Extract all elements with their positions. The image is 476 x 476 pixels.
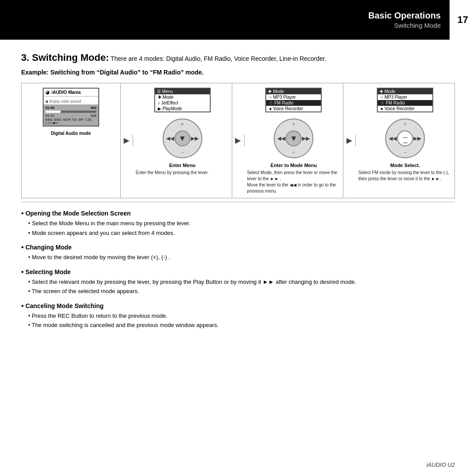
ctrl4-left-icon: ◀◀ [389, 135, 397, 141]
menu-screen-4: ✚ Mode ○ MP3 Player ☃ FM Radio ● Voice R… [377, 88, 433, 112]
controller-2: + − ◀◀ ▶▶ ▼ [163, 119, 202, 158]
fm-label-3: FM Radio [274, 100, 293, 105]
page-title-bold: 3. Switching Mode: [21, 52, 109, 63]
section-selecting-bullet-1: Select the relevant mode by pressing the… [28, 278, 455, 286]
diagram-panel-2: ☰ Menu ✚ Mode ♪ JetEffect ▶ PlayMode + [133, 83, 232, 198]
ctrl2-center-arrow: ▼ [178, 134, 186, 143]
voice-label-4: Voice Recorder [384, 106, 414, 111]
section-selecting: Selecting Mode Select the relevant mode … [21, 268, 455, 296]
section-canceling-bullet-2: The mode switching is cancelled and the … [28, 321, 455, 330]
screen-4-item-1: ○ MP3 Player [378, 94, 432, 100]
screen-3-item-2-hl: ☃ FM Radio [266, 100, 321, 106]
screen-2-item-2: ♪ JetEffect [155, 100, 210, 106]
screen-3-item-3: ● Voice Recorder [266, 106, 321, 112]
mp3-icon-3: ○ [269, 95, 271, 100]
header-page-number: 17 [450, 0, 476, 40]
device-info-row: BBE MB3 NDR 5D MP 128 ▷▷▷▶▷ [45, 118, 92, 124]
header-switching-mode: Switching Mode [394, 22, 441, 29]
menu-screen-3: ✚ Mode ○ MP3 Player ☃ FM Radio ● Voice R… [265, 88, 322, 112]
section-selecting-bullet-2: The screen of the selected mode appears. [28, 287, 455, 296]
page-title-normal: There are 4 modes: Digital Audio, FM Rad… [109, 55, 326, 62]
menu-label-2: Menu [162, 89, 173, 94]
ctrl3-right-icon: ▶▶ [302, 135, 310, 141]
screen-2-item-1: ✚ Mode [155, 94, 210, 100]
panel3-caption: Select Mode, then press the lever or mov… [247, 170, 341, 194]
voice-icon-4: ● [380, 106, 383, 111]
mp3-label-3: MP3 Player [273, 95, 296, 100]
device-time: 01:49 [45, 106, 54, 110]
ctrl4-line2: ⎯⎯ [403, 139, 407, 143]
ctrl4-top-icon: + [404, 121, 407, 127]
screen-2-title: ☰ Menu [155, 89, 210, 94]
screen-2-item-3: ▶ PlayMode [155, 106, 210, 112]
ctrl4-line1: ⎯⎯ [403, 134, 407, 138]
section-opening-bullet-2: Mode screen appears and you can select f… [28, 229, 455, 238]
ctrl2-right-icon: ▶▶ [191, 135, 199, 141]
screen-4-item-3: ● Voice Recorder [378, 106, 432, 112]
section-canceling-title: Canceling Mode Switching [21, 302, 455, 310]
device-logo-icon: ◕ [45, 89, 50, 95]
controller-4: + − ◀◀ ▶▶ ⎯⎯ ⎯⎯ [385, 119, 425, 158]
voice-icon-3: ● [269, 106, 271, 111]
ctrl4-right-icon: ▶▶ [413, 135, 421, 141]
ctrl2-bottom-icon: − [181, 149, 184, 156]
device-subtitle: ◆ Enjoy color sound [45, 99, 81, 104]
ctrl4-bottom-icon: − [404, 149, 407, 156]
arrow-3: ► [343, 135, 356, 146]
ctrl3-center-arrow: ▼ [290, 134, 298, 143]
ctrl4-center: ⎯⎯ ⎯⎯ [397, 130, 413, 146]
diagram-container: ◕ iAUDIO Mania ◆ Enjoy color sound 01:49… [21, 83, 455, 198]
ctrl3-center: ▼ [286, 130, 301, 146]
mode-label-2: Mode [163, 95, 174, 100]
device-screen: ◕ iAUDIO Mania ◆ Enjoy color sound 01:49… [43, 88, 99, 126]
panel3-caption-bold: Enter to Mode Menu [247, 163, 341, 168]
page-header: Basic Operations Switching Mode 17 [0, 0, 476, 40]
section-opening: Opening the Mode Selection Screen Select… [21, 209, 455, 237]
controller-3: + − ◀◀ ▶▶ ▼ [274, 119, 313, 158]
mode-icon-3t: ✚ [268, 89, 271, 94]
fm-icon-3: ☃ [269, 100, 273, 105]
header-basic-ops: Basic Operations [368, 11, 441, 21]
footer-label: iAUDIO U2 [427, 461, 455, 468]
screen-3-item-1: ○ MP3 Player [266, 94, 321, 100]
mode-icon-2: ✚ [158, 95, 161, 100]
mode-icon-4t: ✚ [379, 89, 383, 94]
main-content: 3. Switching Mode: There are 4 modes: Di… [0, 40, 476, 345]
section-changing-bullet-1: Move to the desired mode by moving the l… [28, 253, 455, 262]
jeteffect-label-2: JetEffect [161, 100, 178, 105]
diagram-panel-4: ✚ Mode ○ MP3 Player ☃ FM Radio ● Voice R… [356, 83, 454, 198]
panel4-caption-bold: Mode Select. [358, 163, 452, 168]
voice-label-3: Voice Recorder [273, 106, 303, 111]
header-text-block: Basic Operations Switching Mode [368, 11, 450, 29]
menu-screen-2: ☰ Menu ✚ Mode ♪ JetEffect ▶ PlayMode [154, 88, 211, 112]
screen-3-title: ✚ Mode [266, 89, 321, 94]
fm-icon-4: ☃ [380, 100, 384, 105]
diagram-panel-3: ✚ Mode ○ MP3 Player ☃ FM Radio ● Voice R… [245, 83, 344, 198]
panel2-caption-bold: Enter Menu [136, 163, 229, 168]
section-opening-title: Opening the Mode Selection Screen [21, 209, 455, 217]
panel2-caption: Enter the Menu by pressing the lever. [136, 170, 229, 176]
device-total: 528 [91, 114, 97, 118]
playmode-label-2: PlayMode [163, 106, 182, 111]
mode-label-4t: Mode [384, 89, 395, 94]
page-subtitle: Example: Switching from “Digital Audio” … [21, 69, 455, 76]
ctrl3-left-icon: ◀◀ [277, 135, 285, 141]
section-canceling: Canceling Mode Switching Press the REC B… [21, 302, 455, 330]
section-changing-title: Changing Mode [21, 243, 455, 251]
device-elapsed: 03:25 [45, 114, 54, 118]
arrow-1: ► [121, 135, 133, 146]
mp3-label-4: MP3 Player [384, 95, 407, 100]
arrow-2: ► [232, 135, 245, 146]
ctrl2-center: ▼ [175, 130, 190, 146]
menu-icon-2: ☰ [157, 89, 161, 94]
ctrl3-bottom-icon: − [292, 149, 295, 156]
ctrl3-top-icon: + [292, 121, 295, 127]
playmode-icon-2: ▶ [158, 106, 161, 111]
panel4-caption: Select FM mode by moving the lever to th… [358, 170, 452, 182]
ctrl2-top-icon: + [181, 121, 184, 127]
jeteffect-icon-2: ♪ [158, 100, 160, 105]
mode-label-3t: Mode [273, 89, 284, 94]
screen-4-item-2-hl: ☃ FM Radio [378, 100, 432, 106]
section-canceling-bullet-1: Press the REC Button to return to the pr… [28, 312, 455, 320]
section-changing: Changing Mode Move to the desired mode b… [21, 243, 455, 262]
